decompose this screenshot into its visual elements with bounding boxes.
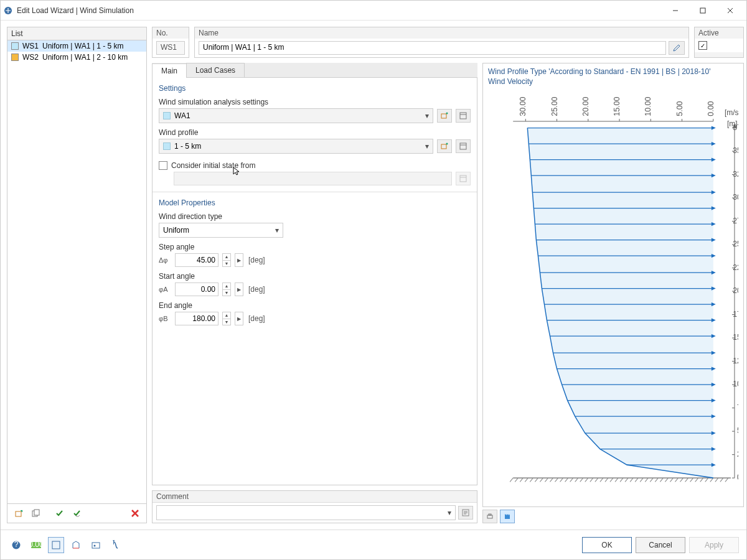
window-title: Edit Load Wizard | Wind Simulation — [17, 6, 134, 15]
start-flyout-button[interactable]: ▶ — [235, 282, 243, 296]
chart-toolbar — [482, 507, 744, 523]
check-green-button[interactable] — [52, 506, 67, 520]
profile-swatch-icon — [163, 142, 171, 150]
delete-item-button[interactable] — [128, 506, 143, 520]
chart-view-button[interactable] — [500, 510, 515, 523]
svg-line-79 — [580, 478, 583, 482]
profile-value: 1 - 5 km — [174, 142, 201, 151]
tab-main[interactable]: Main — [152, 63, 187, 78]
svg-rect-1 — [700, 8, 705, 13]
profile-dropdown[interactable]: 1 - 5 km ▾ — [159, 139, 433, 154]
svg-text:0.000: 0.000 — [737, 473, 738, 482]
tab-loadcases[interactable]: Load Cases — [186, 63, 245, 77]
svg-rect-131 — [487, 515, 492, 518]
svg-line-91 — [640, 478, 643, 482]
apply-button: Apply — [689, 537, 739, 553]
analysis-dropdown[interactable]: WA1 ▾ — [159, 108, 433, 123]
no-field: WS1 — [156, 41, 185, 55]
step-spinner[interactable]: ▲▼ — [222, 253, 231, 267]
svg-line-101 — [690, 478, 693, 482]
svg-text:20.000: 20.000 — [733, 286, 738, 295]
svg-rect-11 — [460, 143, 466, 149]
active-checkbox[interactable]: ✓ — [698, 41, 707, 50]
end-flyout-button[interactable]: ▶ — [235, 312, 243, 325]
svg-text:?: ? — [14, 540, 19, 549]
copy-item-button[interactable] — [29, 506, 44, 520]
svg-line-77 — [570, 478, 573, 482]
new-item-button[interactable] — [11, 506, 26, 520]
consider-library-button[interactable] — [456, 172, 471, 185]
comment-dropdown[interactable]: ▾ — [156, 505, 456, 520]
svg-rect-137 — [52, 541, 60, 549]
step-input[interactable] — [175, 253, 218, 267]
list-item[interactable]: WS2Uniform | WA1 | 2 - 10 km — [7, 52, 146, 63]
help-button[interactable]: ? — [8, 537, 24, 553]
svg-line-72 — [545, 478, 548, 482]
step-flyout-button[interactable]: ▶ — [235, 253, 243, 267]
profile-library-button[interactable] — [456, 139, 471, 153]
svg-line-87 — [620, 478, 623, 482]
edit-name-button[interactable] — [669, 41, 685, 55]
end-spinner[interactable]: ▲▼ — [222, 312, 231, 325]
form-area: Settings Wind simulation analysis settin… — [152, 78, 477, 485]
comment-edit-button[interactable] — [458, 506, 473, 520]
svg-text:5.000: 5.000 — [737, 426, 738, 435]
list-item[interactable]: WS1Uniform | WA1 | 1 - 5 km — [7, 40, 146, 52]
units-button[interactable]: 0.00 — [28, 537, 44, 553]
minimize-button[interactable] — [662, 1, 689, 20]
step-label: Step angle — [159, 243, 471, 251]
svg-text:22.500: 22.500 — [733, 263, 738, 272]
svg-line-69 — [530, 478, 533, 482]
svg-line-97 — [670, 478, 673, 482]
list-body: WS1Uniform | WA1 | 1 - 5 kmWS2Uniform | … — [7, 40, 146, 503]
direction-dropdown[interactable]: Uniform ▾ — [159, 223, 283, 238]
direction-label: Wind direction type — [159, 212, 471, 221]
svg-text:32.500: 32.500 — [733, 170, 738, 179]
svg-line-66 — [515, 478, 518, 482]
analysis-new-button[interactable] — [437, 109, 452, 123]
svg-rect-138 — [92, 543, 100, 548]
list-header: List — [7, 27, 146, 40]
start-label: Start angle — [159, 272, 471, 281]
maximize-button[interactable] — [689, 1, 716, 20]
svg-text:17.500: 17.500 — [733, 310, 738, 319]
svg-line-65 — [510, 478, 513, 482]
svg-text:10.000: 10.000 — [733, 380, 738, 388]
svg-text:27.500: 27.500 — [733, 217, 738, 225]
profile-new-button[interactable] — [437, 139, 452, 153]
main-panel: No. WS1 Name Uniform | WA1 | 1 - 5 km Ac… — [152, 27, 744, 523]
check-cycle-button[interactable] — [70, 506, 85, 520]
show-window-button[interactable] — [48, 537, 64, 553]
chart-area: 30.0025.0020.0015.0010.005.000.00[m/s]37… — [488, 89, 738, 504]
comment-group: Comment ▾ — [152, 490, 477, 523]
end-input[interactable] — [175, 312, 218, 325]
ok-button[interactable]: OK — [582, 537, 632, 553]
svg-line-106 — [715, 478, 718, 482]
close-button[interactable] — [716, 1, 744, 20]
chart-print-button[interactable] — [482, 510, 497, 523]
start-input[interactable] — [175, 282, 218, 296]
svg-line-84 — [605, 478, 608, 482]
analysis-library-button[interactable] — [456, 109, 471, 123]
name-field[interactable]: Uniform | WA1 | 1 - 5 km — [199, 41, 666, 55]
svg-rect-5 — [34, 510, 39, 515]
show-render-button[interactable] — [88, 537, 104, 553]
svg-point-10 — [446, 143, 448, 145]
show-function-button[interactable]: f — [108, 537, 124, 553]
settings-section-title: Settings — [159, 84, 471, 93]
start-unit: [deg] — [248, 285, 265, 294]
start-spinner[interactable]: ▲▼ — [222, 282, 231, 296]
svg-line-68 — [525, 478, 528, 482]
analysis-label: Wind simulation analysis settings — [159, 98, 471, 106]
step-symbol: Δφ — [159, 256, 171, 264]
svg-line-108 — [725, 478, 728, 482]
svg-line-99 — [680, 478, 684, 482]
start-symbol: φA — [159, 286, 171, 293]
svg-line-74 — [555, 478, 558, 482]
consider-source-field — [174, 172, 452, 185]
svg-line-103 — [700, 478, 703, 482]
name-group: Name Uniform | WA1 | 1 - 5 km — [194, 27, 689, 58]
consider-checkbox[interactable] — [159, 161, 167, 170]
show-model-button[interactable] — [68, 537, 84, 553]
cancel-button[interactable]: Cancel — [636, 537, 685, 553]
